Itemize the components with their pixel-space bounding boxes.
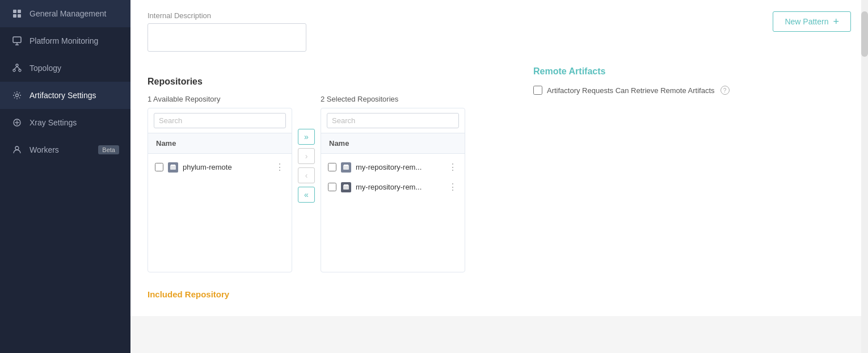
move-right-button[interactable]: › [298,148,315,164]
internal-description-input[interactable] [148,23,306,52]
available-search-container [148,108,292,133]
svg-point-8 [13,69,15,72]
transfer-buttons-container: » › ‹ « [292,95,321,203]
list-item: my-repository-rem... ⋮ [321,177,465,197]
sidebar-item-label: Workers [30,145,91,154]
settings-icon [11,90,23,101]
svg-rect-18 [171,165,175,166]
included-repository-title: Included Repository [148,289,851,299]
remote-artifacts-title: Remote Artifacts [533,66,730,77]
sidebar-item-label: Topology [30,64,119,73]
available-name-col: Name [156,139,176,148]
sidebar: General Management Platform Monitoring T… [0,0,130,353]
available-repo-list: phylum-remote ⋮ [148,154,292,267]
repo-name-selected-1: my-repository-rem... [356,183,444,191]
sidebar-item-workers[interactable]: Workers Beta [0,136,130,163]
plus-icon: + [833,16,839,27]
repo-icon [168,162,178,173]
remote-artifacts-checkbox[interactable] [533,86,542,95]
sidebar-item-general-management[interactable]: General Management [0,0,130,27]
remote-artifacts-checkbox-row: Artifactory Requests Can Retrieve Remote… [533,86,730,95]
grid-icon [11,8,23,19]
selected-count-label: 2 Selected Repositories [321,95,465,103]
remote-artifacts-section: Remote Artifacts Artifactory Requests Ca… [533,66,730,95]
repositories-section: Repositories 1 Available Repository Name [148,77,465,272]
sidebar-item-xray-settings[interactable]: Xray Settings [0,109,130,136]
sidebar-item-platform-monitoring[interactable]: Platform Monitoring [0,27,130,54]
svg-rect-17 [170,165,176,170]
sidebar-item-topology[interactable]: Topology [0,54,130,82]
repositories-title: Repositories [148,77,465,87]
repo-actions-icon-selected-1[interactable]: ⋮ [448,182,458,192]
svg-rect-2 [13,14,16,18]
svg-rect-22 [344,184,348,186]
main-panel: Internal Description New Pattern + Repos… [130,0,868,316]
selected-search-container [321,108,465,133]
repo-name-0: phylum-remote [183,163,271,171]
svg-line-11 [17,66,20,69]
svg-point-12 [16,94,19,97]
repo-actions-icon-0[interactable]: ⋮ [275,162,285,173]
move-all-left-button[interactable]: « [298,187,315,203]
svg-rect-3 [18,14,21,18]
available-repo-checkbox-0[interactable] [155,163,163,171]
selected-search-input[interactable] [327,113,459,128]
svg-rect-21 [343,185,349,190]
svg-rect-19 [343,165,349,170]
repos-container: 1 Available Repository Name [148,95,465,272]
internal-description-section: Internal Description [148,6,306,54]
selected-col-header: Name [321,133,465,154]
beta-badge: Beta [98,145,119,154]
move-all-right-button[interactable]: » [298,129,315,145]
internal-description-label: Internal Description [148,11,306,20]
repo-icon [341,162,351,173]
top-area: Internal Description New Pattern + [148,0,851,54]
repo-name-selected-0: my-repository-rem... [356,163,444,171]
list-item: my-repository-rem... ⋮ [321,157,465,177]
available-search-input[interactable] [154,113,286,128]
scrollbar-track[interactable] [861,0,868,353]
selected-repo-list: my-repository-rem... ⋮ my-repository-rem… [321,154,465,267]
selected-repo-checkbox-1[interactable] [328,183,336,191]
new-pattern-label: New Pattern [785,17,828,26]
sidebar-item-label: Xray Settings [30,118,119,127]
included-repository-section: Included Repository [148,289,851,299]
remote-artifacts-label: Artifactory Requests Can Retrieve Remote… [547,86,715,95]
selected-name-col: Name [329,139,349,148]
repo-actions-icon-selected-0[interactable]: ⋮ [448,162,458,173]
sidebar-item-label: Artifactory Settings [30,91,119,100]
available-col-header: Name [148,133,292,154]
available-repos-panel: Name phylum-remote ⋮ [148,108,292,272]
svg-point-16 [15,146,19,150]
xray-icon [11,117,23,128]
scrollbar-thumb[interactable] [861,11,868,57]
selected-repos-panel: Name my-repository-rem... ⋮ [321,108,465,272]
repo-icon [341,182,351,192]
svg-rect-0 [13,10,16,13]
svg-rect-4 [13,37,21,43]
topology-icon [11,62,23,74]
sidebar-item-artifactory-settings[interactable]: Artifactory Settings [0,82,130,109]
sidebar-item-label: General Management [30,9,119,18]
available-count-label: 1 Available Repository [148,95,292,103]
new-pattern-button[interactable]: New Pattern + [773,11,851,32]
svg-point-7 [16,64,18,66]
svg-line-10 [14,66,17,69]
sidebar-item-label: Platform Monitoring [30,36,119,45]
move-left-button[interactable]: ‹ [298,167,315,183]
svg-point-9 [19,69,21,72]
workers-icon [11,144,23,156]
monitor-icon [11,35,23,47]
main-content-wrapper: Internal Description New Pattern + Repos… [130,0,868,353]
help-icon[interactable]: ? [720,86,730,95]
svg-rect-1 [18,10,21,13]
list-item: phylum-remote ⋮ [148,157,292,177]
selected-repo-checkbox-0[interactable] [328,163,336,171]
svg-rect-20 [344,165,348,166]
